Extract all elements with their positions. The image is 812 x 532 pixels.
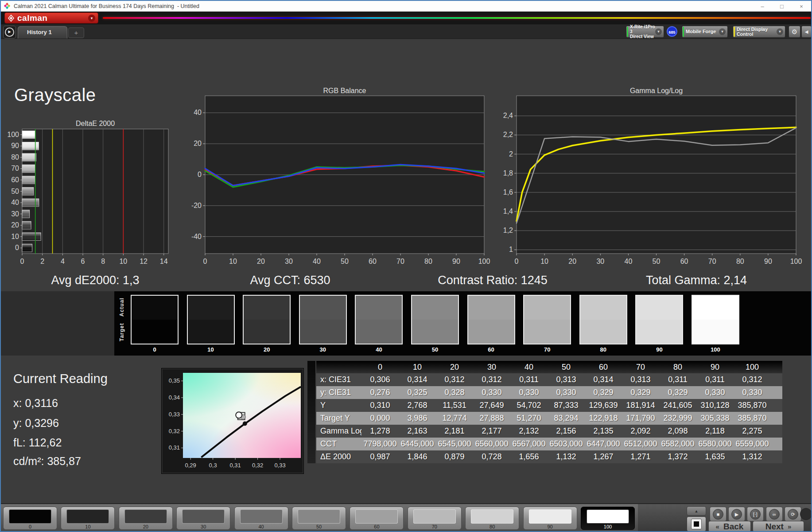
table-cell: 83,294 [548, 412, 585, 425]
table-row: y: CIE310,2760,3250,3280,3300,3300,3300,… [316, 386, 782, 399]
pattern-button-20[interactable]: 20 [119, 507, 173, 530]
pattern-bar: ▲ ■ ▶ [·] ∞ ⟳ « Back Next » 010203040506… [1, 503, 811, 532]
table-side-strip[interactable] [307, 361, 315, 463]
svg-text:90: 90 [452, 258, 460, 265]
table-cell: 6545,000 [436, 438, 473, 450]
pattern-button-70[interactable]: 70 [408, 507, 462, 530]
table-cell: 27,649 [473, 399, 510, 412]
next-button[interactable]: Next » [753, 521, 804, 532]
back-button[interactable]: « Back [708, 521, 751, 532]
stat-total-gamma: Total Gamma: 2,14 [599, 274, 794, 289]
meter-dropdown[interactable]: X-Rite i1Pro 3 Direct View ▾ [626, 26, 664, 38]
swatch-level-label: 20 [243, 346, 291, 353]
minimize-button[interactable]: – [753, 1, 772, 12]
pattern-window-button[interactable] [687, 516, 706, 532]
svg-text:40: 40 [313, 258, 321, 265]
reading-x: x: 0,3116 [13, 397, 58, 410]
svg-text:90: 90 [764, 258, 772, 265]
display-dropdown-label: Direct Display Control [737, 27, 777, 37]
table-cell: 0,314 [399, 373, 436, 386]
pattern-button-30[interactable]: 30 [176, 507, 230, 530]
svg-text:0: 0 [198, 171, 202, 178]
table-cell: 232,999 [659, 412, 696, 425]
display-control-dropdown[interactable]: Direct Display Control ▾ [733, 26, 785, 38]
pattern-button-100[interactable]: 100 [581, 507, 635, 530]
table-cell: 6559,000 [734, 438, 771, 450]
pattern-button-90[interactable]: 90 [523, 507, 577, 530]
swatch-actual [188, 296, 234, 320]
svg-text:1,2: 1,2 [503, 227, 513, 234]
table-cell: 0,314 [585, 373, 622, 386]
pattern-button-50[interactable]: 50 [292, 507, 346, 530]
svg-text:60: 60 [369, 258, 377, 265]
table-cell: 6582,000 [659, 438, 696, 450]
chevron-down-icon[interactable]: ▾ [88, 15, 95, 22]
table-cell: 2,177 [473, 425, 510, 438]
table-cell [771, 361, 782, 373]
deltae-2000-chart: DeltaE 200010090807060504030201000246810… [1, 85, 183, 273]
tab-history-1[interactable]: History 1 [18, 26, 67, 39]
table-cell [771, 425, 782, 438]
row-label: Y [316, 399, 361, 412]
table-cell: 0,328 [436, 386, 473, 399]
swatch-level-label: 10 [187, 346, 235, 353]
workflow-expand-button[interactable]: ▶ [3, 26, 16, 39]
svg-text:20: 20 [11, 221, 19, 229]
table-cell: 0,329 [622, 386, 659, 399]
calman-diamond-icon [8, 15, 15, 22]
stop-button[interactable]: ■ [710, 507, 727, 521]
svg-text:40: 40 [11, 199, 19, 206]
refresh-button[interactable]: ⟳ [785, 507, 801, 521]
pattern-button-10[interactable]: 10 [61, 507, 115, 530]
table-cell: 0,306 [361, 373, 399, 386]
calman-menu-button[interactable]: calman ▾ [4, 12, 98, 23]
pattern-button-60[interactable]: 60 [350, 507, 404, 530]
pattern-up-button[interactable]: ▲ [687, 506, 706, 516]
continuous-measure-button[interactable]: ∞ [766, 507, 783, 521]
up-icon: ▲ [695, 509, 699, 513]
table-cell [771, 386, 782, 399]
table-cell: 1,656 [510, 450, 548, 463]
collapse-panel-button[interactable]: ◀ [801, 26, 812, 38]
pattern-button-40[interactable]: 40 [234, 507, 288, 530]
svg-text:30: 30 [11, 210, 19, 218]
table-cell: 0,311 [696, 373, 734, 386]
play-button[interactable]: ▶ [728, 507, 745, 521]
svg-text:100: 100 [7, 131, 19, 138]
calman-app-window: Calman 2021 Calman Ultimate for Business… [0, 0, 812, 532]
svg-text:10: 10 [11, 233, 19, 240]
table-cell: 2,132 [510, 425, 548, 438]
single-measure-button[interactable]: [·] [747, 507, 764, 521]
swatch-target [636, 320, 682, 344]
close-button[interactable]: × [792, 1, 811, 12]
meter-connection-badge[interactable]: 685 [667, 26, 677, 37]
swatch-level-label: 70 [523, 346, 571, 353]
table-cell: 10 [399, 361, 436, 373]
row-label: y: CIE31 [316, 386, 361, 399]
pattern-level-label: 0 [4, 524, 57, 529]
table-cell: 100 [734, 361, 771, 373]
svg-text:20: 20 [194, 140, 202, 147]
table-cell: 54,702 [510, 399, 548, 412]
pattern-level-label: 90 [524, 524, 577, 529]
swatch-actual [636, 296, 682, 320]
swatch-row-label-target: Target [119, 320, 127, 344]
svg-text:2: 2 [40, 258, 44, 265]
play-icon: ▶ [731, 509, 742, 520]
single-measure-icon: [·] [750, 509, 761, 520]
add-tab-button[interactable]: + [68, 27, 84, 38]
svg-text:0,3: 0,3 [209, 462, 217, 469]
svg-text:70: 70 [396, 258, 404, 265]
pattern-button-80[interactable]: 80 [465, 507, 519, 530]
pattern-swatch [413, 509, 456, 524]
svg-text:0,31: 0,31 [169, 444, 180, 451]
table-cell: 0,330 [696, 386, 734, 399]
pattern-button-0[interactable]: 0 [3, 507, 57, 530]
maximize-button[interactable]: □ [772, 1, 792, 12]
table-cell: 0,330 [473, 386, 510, 399]
source-dropdown[interactable]: Mobile Forge ▾ [682, 26, 728, 38]
settings-button[interactable]: ⚙ [789, 26, 800, 38]
row-label [316, 361, 361, 373]
svg-text:50: 50 [341, 258, 349, 265]
swatch-level-label: 60 [467, 346, 515, 353]
